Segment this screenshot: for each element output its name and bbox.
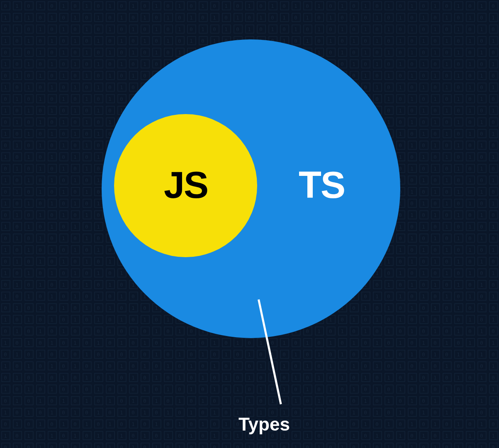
types-callout-label: Types <box>239 414 290 435</box>
js-label: JS <box>164 164 208 207</box>
ts-label: TS <box>299 164 345 207</box>
